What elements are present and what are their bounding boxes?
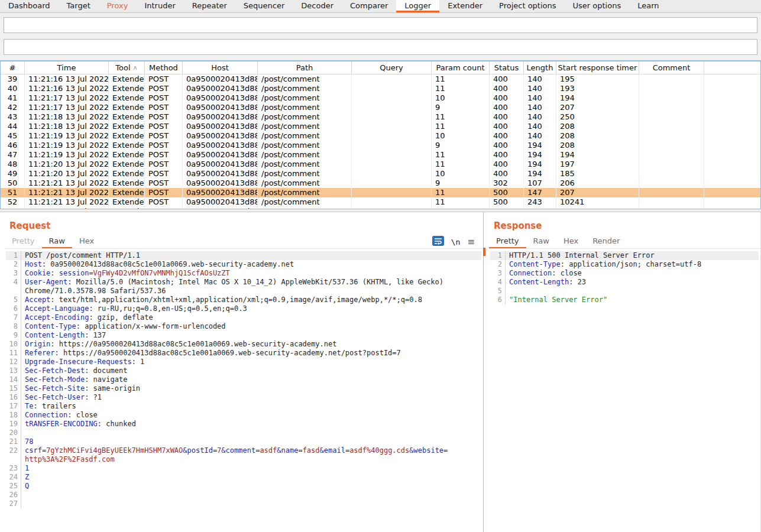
cell-length: 194 bbox=[524, 160, 556, 169]
editor-line: 3Cookie: session=VgFWy4D2vMfON7vMNMhjQ1S… bbox=[6, 269, 481, 278]
table-row-51[interactable]: 5111:21:21 13 Jul 2022ExtenderPOST0a9500… bbox=[1, 188, 760, 197]
line-content bbox=[21, 429, 481, 437]
table-row-45[interactable]: 4511:21:19 13 Jul 2022ExtenderPOST0a9500… bbox=[1, 131, 760, 141]
cell-start-response-timer: 194 bbox=[556, 93, 639, 103]
table-row-41[interactable]: 4111:21:17 13 Jul 2022ExtenderPOST0a9500… bbox=[1, 93, 760, 103]
column-header-path[interactable]: Path bbox=[258, 61, 352, 74]
table-row-47[interactable]: 4711:21:19 13 Jul 2022ExtenderPOST0a9500… bbox=[1, 150, 760, 160]
cell-status: 400 bbox=[490, 74, 524, 84]
cell-comment bbox=[639, 179, 704, 188]
table-row-39[interactable]: 3911:21:16 13 Jul 2022ExtenderPOST0a9500… bbox=[1, 74, 760, 84]
column-header-start-response-timer[interactable]: Start response timer bbox=[556, 61, 639, 74]
request-tab-pretty[interactable]: Pretty bbox=[5, 235, 42, 248]
response-editor[interactable]: 1HTTP/1.1 500 Internal Server Error2Cont… bbox=[490, 251, 759, 532]
menu-tab-dashboard[interactable]: Dashboard bbox=[0, 0, 59, 12]
wrap-toggle-icon[interactable] bbox=[432, 236, 444, 248]
menu-tab-target[interactable]: Target bbox=[59, 0, 99, 12]
menu-tab-intruder[interactable]: Intruder bbox=[136, 0, 183, 12]
editor-line: 5 bbox=[490, 287, 759, 296]
request-tab-hex[interactable]: Hex bbox=[72, 235, 101, 248]
editor-line: 11Referer: https://0a9500020413d88ac08c5… bbox=[6, 349, 481, 358]
response-tab-pretty[interactable]: Pretty bbox=[489, 235, 526, 248]
table-row-48[interactable]: 4811:21:20 13 Jul 2022ExtenderPOST0a9500… bbox=[1, 160, 760, 169]
newline-toggle-icon[interactable]: \n bbox=[451, 238, 461, 246]
cell-status: 500 bbox=[490, 197, 524, 207]
table-row-40[interactable]: 4011:21:16 13 Jul 2022ExtenderPOST0a9500… bbox=[1, 84, 760, 93]
column-header-time[interactable]: Time bbox=[25, 61, 109, 74]
editor-menu-icon[interactable]: ≡ bbox=[467, 236, 475, 247]
cell--: 43 bbox=[1, 112, 25, 122]
column-header-label: # bbox=[9, 63, 16, 72]
line-content: Te: trailers bbox=[21, 402, 481, 411]
cell--: 39 bbox=[1, 74, 25, 84]
table-row-44[interactable]: 4411:21:18 13 Jul 2022ExtenderPOST0a9500… bbox=[1, 122, 760, 131]
column-header-param-count[interactable]: Param count bbox=[432, 61, 490, 74]
cell-status: 400 bbox=[490, 122, 524, 131]
line-content: Sec-Fetch-Mode: navigate bbox=[21, 375, 481, 384]
editor-line: 6"Internal Server Error" bbox=[490, 296, 759, 304]
menu-tab-sequencer[interactable]: Sequencer bbox=[235, 0, 293, 12]
cell-start-response-timer: 208 bbox=[556, 122, 639, 131]
line-number: 1 bbox=[6, 251, 21, 260]
cell-tool: Extender bbox=[109, 141, 145, 150]
cell-length: 243 bbox=[524, 197, 556, 207]
cell-comment bbox=[639, 131, 704, 141]
column-header-comment[interactable]: Comment bbox=[639, 61, 704, 74]
column-header-query[interactable]: Query bbox=[352, 61, 432, 74]
cell-path: /post/comment bbox=[258, 197, 352, 207]
view-filter-bar[interactable]: View filter: Showing all items bbox=[4, 39, 757, 55]
column-header-tool[interactable]: Tool∧ bbox=[109, 61, 145, 74]
request-editor[interactable]: 1POST /post/comment HTTP/1.12Host: 0a950… bbox=[6, 251, 481, 532]
editor-line: 4User-Agent: Mozilla/5.0 (Macintosh; Int… bbox=[6, 278, 481, 287]
table-row-53[interactable]: 5311:21:22 13 Jul 2022ExtenderPOST0a9500… bbox=[1, 207, 760, 209]
cell-path: /post/comment bbox=[258, 150, 352, 160]
cell-start-response-timer: 185 bbox=[556, 169, 639, 179]
table-row-50[interactable]: 5011:21:21 13 Jul 2022ExtenderPOST0a9500… bbox=[1, 179, 760, 188]
response-tab-render[interactable]: Render bbox=[585, 235, 627, 248]
line-number: 16 bbox=[6, 393, 21, 402]
column-header-label: Comment bbox=[653, 63, 691, 72]
table-row-46[interactable]: 4611:21:19 13 Jul 2022ExtenderPOST0a9500… bbox=[1, 141, 760, 150]
menu-tab-proxy[interactable]: Proxy bbox=[99, 0, 137, 12]
editor-line: 12Upgrade-Insecure-Requests: 1 bbox=[6, 358, 481, 366]
cell-start-response-timer: 193 bbox=[556, 84, 639, 93]
table-row-49[interactable]: 4911:21:20 13 Jul 2022ExtenderPOST0a9500… bbox=[1, 169, 760, 179]
cell-host: 0a9500020413d88... bbox=[183, 169, 258, 179]
column-header--[interactable]: # bbox=[1, 61, 25, 74]
line-number: 3 bbox=[490, 269, 506, 278]
request-tab-raw[interactable]: Raw bbox=[42, 235, 72, 248]
menu-tab-extender[interactable]: Extender bbox=[439, 0, 491, 12]
menu-tab-decoder[interactable]: Decoder bbox=[293, 0, 342, 12]
menu-tab-project-options[interactable]: Project options bbox=[491, 0, 565, 12]
cell-time: 11:21:18 13 Jul 2022 bbox=[25, 122, 109, 131]
table-row-42[interactable]: 4211:21:17 13 Jul 2022ExtenderPOST0a9500… bbox=[1, 103, 760, 112]
response-tab-hex[interactable]: Hex bbox=[556, 235, 585, 248]
line-number: 21 bbox=[6, 437, 21, 446]
response-tab-raw[interactable]: Raw bbox=[526, 235, 556, 248]
menu-tab-logger[interactable]: Logger bbox=[396, 0, 439, 12]
column-header-host[interactable]: Host bbox=[183, 61, 258, 74]
cell-status: 400 bbox=[490, 103, 524, 112]
editor-line: 231 bbox=[6, 464, 481, 473]
cell-time: 11:21:18 13 Jul 2022 bbox=[25, 112, 109, 122]
column-header-method[interactable]: Method bbox=[145, 61, 183, 74]
cell-comment bbox=[639, 103, 704, 112]
cell-method: POST bbox=[145, 188, 183, 197]
menu-tab-user-options[interactable]: User options bbox=[565, 0, 630, 12]
cell-length: 194 bbox=[524, 150, 556, 160]
line-number: 20 bbox=[6, 429, 21, 437]
menu-tab-repeater[interactable]: Repeater bbox=[184, 0, 235, 12]
capture-filter-bar[interactable]: Capture filter: Logger memory limit set … bbox=[4, 17, 757, 33]
cell-method: POST bbox=[145, 131, 183, 141]
column-header-label: Path bbox=[296, 63, 313, 72]
menu-tab-learn[interactable]: Learn bbox=[629, 0, 667, 12]
cell-param-count: 11 bbox=[432, 188, 490, 197]
cell-query bbox=[352, 93, 432, 103]
column-header-status[interactable]: Status bbox=[490, 61, 524, 74]
column-header-length[interactable]: Length bbox=[524, 61, 556, 74]
line-number: 10 bbox=[6, 340, 21, 349]
table-row-43[interactable]: 4311:21:18 13 Jul 2022ExtenderPOST0a9500… bbox=[1, 112, 760, 122]
menu-tab-comparer[interactable]: Comparer bbox=[342, 0, 396, 12]
table-row-52[interactable]: 5211:21:21 13 Jul 2022ExtenderPOST0a9500… bbox=[1, 197, 760, 207]
cell-param-count: 11 bbox=[432, 112, 490, 122]
